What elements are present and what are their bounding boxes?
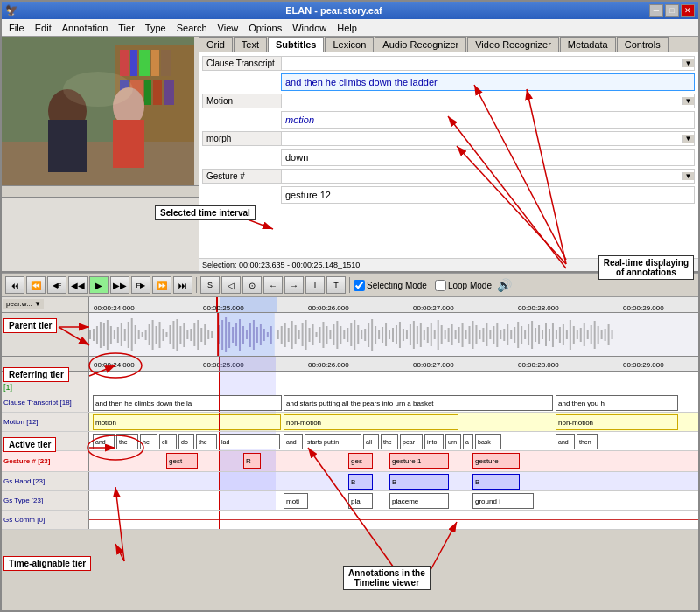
btn-prev[interactable]: ◀◀ xyxy=(68,276,88,294)
morph-ann-10[interactable]: all xyxy=(363,434,379,449)
menu-window[interactable]: Window xyxy=(287,21,332,35)
clause-ann-2[interactable]: and starts putting all the pears into ur… xyxy=(284,395,553,411)
tab-metadata[interactable]: Metadata xyxy=(560,37,616,52)
video-scrollbar[interactable] xyxy=(2,185,199,198)
gstype-ann-ground[interactable]: ground i xyxy=(472,493,534,509)
close-button[interactable]: ✕ xyxy=(681,4,695,17)
menu-search[interactable]: Search xyxy=(172,21,213,35)
clause-transcript-dropdown-icon[interactable]: ▼ xyxy=(682,59,694,67)
maximize-button[interactable]: □ xyxy=(665,4,679,17)
gesture-ann-ges[interactable]: ges xyxy=(348,453,373,469)
svg-rect-129 xyxy=(475,325,477,344)
loop-mode-checkbox[interactable]: Loop Mode xyxy=(435,280,492,291)
tab-grid[interactable]: Grid xyxy=(199,37,233,52)
btn-select[interactable]: S xyxy=(200,276,220,294)
morph-ann-7[interactable]: lad xyxy=(219,434,280,449)
tab-lexicon[interactable]: Lexicon xyxy=(325,37,374,52)
svg-rect-100 xyxy=(374,326,376,344)
gesture-dropdown-icon[interactable]: ▼ xyxy=(682,172,694,180)
svg-rect-118 xyxy=(438,320,439,350)
svg-rect-128 xyxy=(472,321,473,349)
gshand-ann-1[interactable]: B xyxy=(348,474,373,490)
btn-in[interactable]: I xyxy=(305,276,325,294)
tier-content-gesture: gest R ges gesture 1 gesture xyxy=(89,451,698,471)
svg-point-17 xyxy=(63,72,133,107)
menu-file[interactable]: File xyxy=(4,21,30,35)
gstype-ann-moti[interactable]: moti xyxy=(284,493,308,509)
tab-audio-recognizer[interactable]: Audio Recognizer xyxy=(374,37,466,52)
gshand-ann-2[interactable]: B xyxy=(389,474,449,490)
menu-options[interactable]: Options xyxy=(243,21,287,35)
btn-loop[interactable]: ◁ xyxy=(221,276,241,294)
morph-ann-2[interactable]: the xyxy=(116,434,138,449)
app-icon: 🦅 xyxy=(5,4,18,17)
gshand-ann-3[interactable]: B xyxy=(472,474,520,490)
morph-ann-3[interactable]: he xyxy=(140,434,158,449)
motion-ann-1[interactable]: motion xyxy=(93,414,281,430)
btn-rewind-fast[interactable]: ⏪ xyxy=(26,276,46,294)
gesture-ann-g1[interactable]: gesture 1 xyxy=(389,453,449,469)
morph-dropdown-icon[interactable]: ▼ xyxy=(682,135,694,143)
svg-rect-105 xyxy=(392,328,394,342)
gesture-ann-g[interactable]: gesture xyxy=(472,453,520,469)
motion-dropdown-icon[interactable]: ▼ xyxy=(682,97,694,105)
menu-edit[interactable]: Edit xyxy=(30,21,57,35)
menu-view[interactable]: View xyxy=(213,21,244,35)
loop-mode-input[interactable] xyxy=(435,280,446,291)
btn-left[interactable]: ← xyxy=(263,276,283,294)
morph-ann-5[interactable]: do xyxy=(178,434,194,449)
btn-prev-frame[interactable]: ◀F xyxy=(47,276,66,294)
menu-type[interactable]: Type xyxy=(140,21,172,35)
btn-begin[interactable]: ⏮ xyxy=(5,276,24,294)
morph-ann-8[interactable]: and xyxy=(284,434,303,449)
menu-annotation[interactable]: Annotation xyxy=(57,21,114,35)
gesture-ann-gest[interactable]: gest xyxy=(166,453,198,469)
svg-rect-165 xyxy=(601,330,603,339)
btn-forward[interactable]: ⏩ xyxy=(152,276,172,294)
morph-ann-9[interactable]: starts puttin xyxy=(304,434,361,449)
morph-ann-13[interactable]: into xyxy=(424,434,444,449)
btn-next[interactable]: ▶▶ xyxy=(110,276,130,294)
morph-ann-4[interactable]: cli xyxy=(159,434,177,449)
svg-rect-83 xyxy=(316,332,318,337)
morph-ann-1[interactable]: and xyxy=(93,434,115,449)
morph-ann-11[interactable]: the xyxy=(381,434,398,449)
svg-rect-160 xyxy=(584,323,585,346)
tab-text[interactable]: Text xyxy=(234,37,267,52)
svg-rect-59 xyxy=(228,322,230,348)
minimize-button[interactable]: ─ xyxy=(649,4,663,17)
tab-controls[interactable]: Controls xyxy=(617,37,668,52)
morph-ann-15[interactable]: a xyxy=(463,434,473,449)
clause-ann-3[interactable]: and then you h xyxy=(556,395,678,411)
tier-label-gscomm: Gs Comm [0] xyxy=(2,511,89,529)
btn-out[interactable]: T xyxy=(326,276,346,294)
morph-ann-17[interactable]: and xyxy=(556,434,575,449)
morph-ann-16[interactable]: bask xyxy=(475,434,501,449)
btn-play[interactable]: ▶ xyxy=(89,276,108,294)
morph-ann-14[interactable]: urn xyxy=(445,434,461,449)
tab-video-recognizer[interactable]: Video Recognizer xyxy=(467,37,559,52)
tab-subtitles[interactable]: Subtitles xyxy=(268,37,324,52)
svg-rect-121 xyxy=(448,328,450,342)
btn-center[interactable]: ⊙ xyxy=(242,276,262,294)
volume-icon[interactable]: 🔊 xyxy=(497,278,512,292)
gesture-ann-r[interactable]: R xyxy=(243,453,261,469)
gstype-ann-pla[interactable]: pla xyxy=(348,493,373,509)
motion-ann-3[interactable]: non-motion xyxy=(556,414,678,430)
menu-help[interactable]: Help xyxy=(332,21,362,35)
selecting-mode-input[interactable] xyxy=(354,280,365,291)
clause-ann-1[interactable]: and then he climbs down the la xyxy=(93,395,282,411)
menu-tier[interactable]: Tier xyxy=(113,21,140,35)
ph-clause xyxy=(219,393,220,412)
btn-right[interactable]: → xyxy=(284,276,304,294)
btn-end[interactable]: ⏭ xyxy=(173,276,192,294)
selecting-mode-checkbox[interactable]: Selecting Mode xyxy=(354,280,427,291)
morph-ann-18[interactable]: then xyxy=(577,434,598,449)
motion-ann-2[interactable]: non-motion xyxy=(284,414,458,430)
morph-ann-6[interactable]: the xyxy=(196,434,217,449)
gstype-ann-placeme[interactable]: placeme xyxy=(389,493,449,509)
svg-rect-123 xyxy=(455,330,457,339)
btn-next-frame[interactable]: F▶ xyxy=(131,276,150,294)
morph-ann-12[interactable]: pear xyxy=(400,434,423,449)
svg-rect-134 xyxy=(493,326,494,344)
